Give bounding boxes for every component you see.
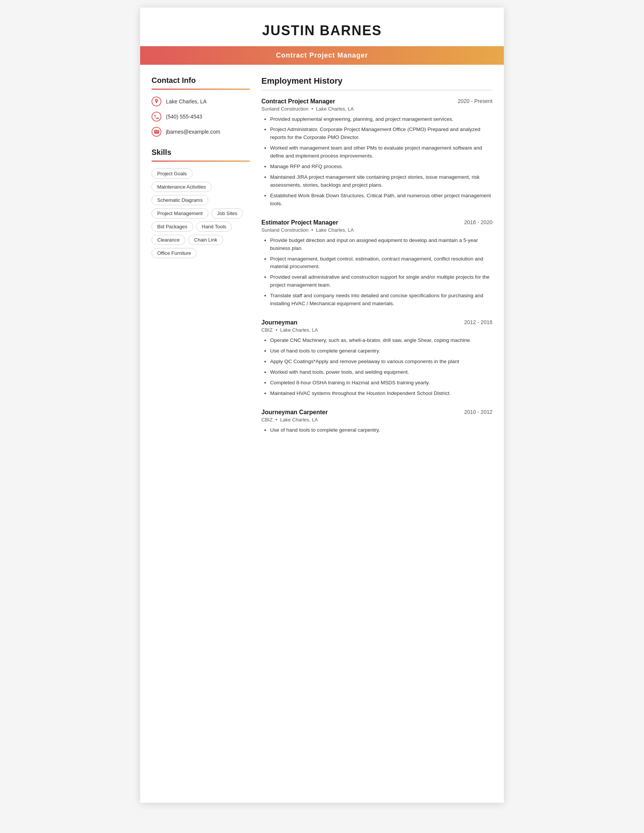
job-bullet: Project management, budget control, esti… xyxy=(270,255,493,271)
job-bullets: Provide budget direction and input on as… xyxy=(261,236,493,308)
skill-tag: Project Goals xyxy=(151,169,192,179)
job-title: Estimator Project Manager xyxy=(261,219,338,226)
job-entry: Journeyman2012 - 2016CBIZ • Lake Charles… xyxy=(261,319,493,397)
job-bullet: Operate CNC Machinery, such as, whell-a-… xyxy=(270,337,493,344)
job-bullet: Provide budget direction and input on as… xyxy=(270,236,493,252)
job-entry: Estimator Project Manager2016 - 2020Sunl… xyxy=(261,219,493,308)
contact-phone: (540) 555-4543 xyxy=(151,112,250,122)
skill-tag: Job Sites xyxy=(211,208,243,219)
contact-section-title: Contact Info xyxy=(151,76,250,85)
job-title: Journeyman xyxy=(261,319,297,326)
job-header: Journeyman Carpenter2010 - 2012 xyxy=(261,409,493,416)
phone-text: (540) 555-4543 xyxy=(166,114,202,120)
job-bullet: Translate staff and company needs into d… xyxy=(270,292,493,308)
job-company: Sunland Construction • Lake Charles, LA xyxy=(261,227,493,233)
jobs-container: Contract Project Manager2020 - PresentSu… xyxy=(261,98,493,434)
job-dates: 2010 - 2012 xyxy=(464,409,493,415)
skill-tag: Office Furniture xyxy=(151,248,196,258)
job-entry: Contract Project Manager2020 - PresentSu… xyxy=(261,98,493,208)
left-column: Contact Info Lake Charles, LA xyxy=(151,76,250,445)
employment-section-title: Employment History xyxy=(261,76,493,86)
employment-section: Employment History Contract Project Mana… xyxy=(261,76,493,434)
job-dates: 2012 - 2016 xyxy=(464,319,493,325)
job-bullet: Worked with management team and other PM… xyxy=(270,144,493,160)
skill-tag: Maintenance Activities xyxy=(151,182,212,192)
contact-section: Contact Info Lake Charles, LA xyxy=(151,76,250,137)
job-header: Journeyman2012 - 2016 xyxy=(261,319,493,326)
job-bullets: Use of hand tools to complete general ca… xyxy=(261,426,493,434)
job-dates: 2020 - Present xyxy=(457,98,493,104)
skills-section: Skills Project GoalsMaintenance Activiti… xyxy=(151,148,250,258)
job-bullet: Apply QC Coatings*Apply and remove peela… xyxy=(270,358,493,366)
job-dates: 2016 - 2020 xyxy=(464,219,493,225)
job-bullet: Provided overall administrative and cons… xyxy=(270,273,493,289)
job-bullets: Provided supplemental engineering, plann… xyxy=(261,116,493,208)
job-bullet: Maintained HVAC systems throughout the H… xyxy=(270,390,493,397)
contact-divider xyxy=(151,88,250,90)
skills-divider xyxy=(151,161,250,162)
job-bullet: Provided supplemental engineering, plann… xyxy=(270,116,493,124)
employment-divider xyxy=(261,90,493,90)
email-icon xyxy=(151,127,161,137)
job-bullet: Established Work Break Down Structures, … xyxy=(270,192,493,208)
job-bullet: Worked with hand tools, power tools, and… xyxy=(270,368,493,376)
job-bullet: Use of hand tools to complete general ca… xyxy=(270,426,493,434)
job-company: CBIZ • Lake Charles, LA xyxy=(261,327,493,333)
skills-section-title: Skills xyxy=(151,148,250,157)
job-bullet: Project Administrator, Corporate Project… xyxy=(270,126,493,142)
right-column: Employment History Contract Project Mana… xyxy=(261,76,493,445)
job-bullet: Manage RFP and RFQ process. xyxy=(270,163,493,171)
skill-tag: Hand Tools xyxy=(196,222,232,232)
job-company: Sunland Construction • Lake Charles, LA xyxy=(261,106,493,112)
skill-tag: Schematic Diagrams xyxy=(151,195,208,205)
main-content: Contact Info Lake Charles, LA xyxy=(140,76,504,461)
job-bullet: Use of hand tools to complete general ca… xyxy=(270,347,493,355)
skill-tag: Bid Packages xyxy=(151,222,193,232)
job-bullet: Maintained JIRA project management site … xyxy=(270,174,493,189)
job-header: Estimator Project Manager2016 - 2020 xyxy=(261,219,493,226)
location-icon xyxy=(151,96,161,106)
phone-icon xyxy=(151,112,161,122)
job-title: Contract Project Manager xyxy=(261,98,335,105)
skill-tag: Clearance xyxy=(151,235,185,245)
job-bullets: Operate CNC Machinery, such as, whell-a-… xyxy=(261,337,493,397)
contact-location: Lake Charles, LA xyxy=(151,96,250,106)
location-text: Lake Charles, LA xyxy=(166,98,206,105)
job-bullet: Completed 8-hour OSHA training in Hazmat… xyxy=(270,379,493,387)
job-header: Contract Project Manager2020 - Present xyxy=(261,98,493,105)
job-company: CBIZ • Lake Charles, LA xyxy=(261,417,493,423)
candidate-title: Contract Project Manager xyxy=(140,46,504,65)
candidate-name: JUSTIN BARNES xyxy=(140,8,504,46)
resume-container: JUSTIN BARNES Contract Project Manager C… xyxy=(140,8,504,803)
contact-email: jbarnes@example.com xyxy=(151,127,250,137)
skill-tag: Chain Link xyxy=(188,235,223,245)
skill-tags-container: Project GoalsMaintenance ActivitiesSchem… xyxy=(151,169,250,258)
skill-tag: Project Management xyxy=(151,208,208,219)
job-entry: Journeyman Carpenter2010 - 2012CBIZ • La… xyxy=(261,409,493,434)
email-text: jbarnes@example.com xyxy=(166,129,220,135)
job-title: Journeyman Carpenter xyxy=(261,409,328,416)
